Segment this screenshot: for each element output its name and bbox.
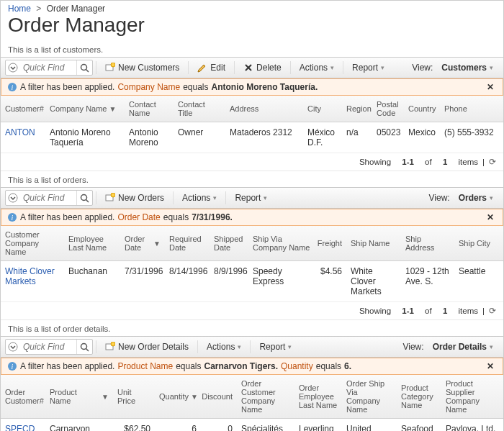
new-details-button[interactable]: New Order Details — [99, 339, 194, 355]
col-shipname[interactable]: Ship Name — [346, 226, 401, 260]
col-odate[interactable]: Order Date▼ — [120, 226, 165, 260]
col-city[interactable]: City — [303, 96, 342, 122]
actions-button[interactable]: Actions▾ — [201, 339, 247, 355]
quick-find-wrap — [5, 60, 93, 76]
report-button[interactable]: Report▾ — [229, 190, 273, 206]
col-contact[interactable]: Contact Name — [125, 96, 174, 122]
orders-pager: Showing 1-1 of 1 items | ⟳ — [1, 302, 503, 320]
actions-button[interactable]: Actions▾ — [294, 60, 340, 76]
col-sdate[interactable]: Shipped Date — [210, 226, 248, 260]
col-freight[interactable]: Freight — [315, 226, 346, 260]
close-filter-icon[interactable]: ✕ — [484, 82, 497, 92]
col-country[interactable]: Country — [404, 96, 440, 122]
filter-icon: ▼ — [102, 393, 109, 401]
view-selector[interactable]: Order Details▾ — [427, 339, 499, 355]
new-orders-button[interactable]: New Orders — [99, 190, 170, 206]
close-filter-icon[interactable]: ✕ — [484, 361, 497, 371]
chevron-down-icon: ▾ — [490, 343, 493, 350]
col-supp[interactable]: Product Supplier Company Name — [441, 375, 503, 418]
svg-line-9 — [86, 199, 89, 202]
expand-icon[interactable] — [6, 60, 20, 75]
customers-desc: This is a list of customers. — [1, 41, 503, 57]
details-filter-bar: i A filter has been applied. Product Nam… — [1, 358, 503, 375]
chevron-down-icon: ▾ — [213, 194, 217, 201]
col-customer-id[interactable]: Customer# — [1, 96, 45, 122]
view-label: View: — [429, 193, 450, 203]
quick-find-input[interactable] — [20, 340, 76, 353]
report-button[interactable]: Report▾ — [253, 339, 297, 355]
breadcrumb-current: Order Manager — [47, 4, 105, 14]
col-cat[interactable]: Product Category Name — [397, 375, 441, 418]
col-qty[interactable]: Quantity▼ — [155, 375, 201, 418]
svg-point-15 — [81, 343, 87, 349]
col-rdate[interactable]: Required Date — [165, 226, 210, 260]
orders-grid: Customer Company Name Employee Last Name… — [1, 226, 503, 302]
expand-icon[interactable] — [6, 340, 20, 354]
order-link[interactable]: White Clover Markets — [5, 266, 55, 286]
view-selector[interactable]: Customers▾ — [436, 60, 499, 76]
col-ocust[interactable]: Order Customer Company Name — [237, 375, 294, 418]
col-title[interactable]: Contact Title — [174, 96, 225, 122]
col-product[interactable]: Product Name▼ — [45, 375, 113, 418]
new-customers-button[interactable]: New Customers — [99, 60, 185, 76]
svg-text:i: i — [12, 214, 14, 222]
view-selector[interactable]: Orders▾ — [453, 190, 499, 206]
quick-find-input[interactable] — [20, 61, 76, 74]
delete-button[interactable]: Delete — [238, 60, 287, 76]
col-region[interactable]: Region — [342, 96, 372, 122]
search-icon[interactable] — [76, 191, 92, 205]
search-icon[interactable] — [76, 60, 92, 75]
col-emp[interactable]: Employee Last Name — [64, 226, 120, 260]
info-icon: i — [7, 82, 17, 92]
expand-icon[interactable] — [6, 191, 20, 205]
orders-filter-bar: i A filter has been applied. Order Date … — [1, 209, 503, 226]
detail-link[interactable]: SPECD — [5, 424, 35, 431]
edit-button[interactable]: Edit — [192, 60, 231, 76]
svg-text:i: i — [12, 83, 14, 91]
col-company[interactable]: Company Name▼ — [45, 96, 125, 122]
chevron-down-icon: ▾ — [288, 343, 292, 350]
col-phone[interactable]: Phone — [440, 96, 503, 122]
refresh-icon[interactable]: ⟳ — [489, 306, 496, 316]
page-title: Order Manager — [1, 14, 503, 41]
orders-toolbar: New Orders Actions▾ Report▾ View: Orders… — [1, 187, 503, 209]
svg-point-1 — [81, 64, 87, 70]
breadcrumb-home[interactable]: Home — [8, 4, 31, 14]
new-icon — [105, 193, 115, 203]
col-disc[interactable]: Discount — [201, 375, 237, 418]
close-filter-icon[interactable]: ✕ — [484, 212, 497, 222]
table-row[interactable]: SPECD Carnarvon Tigers $62.50 6 0 Spécia… — [1, 419, 503, 431]
table-row[interactable]: ANTON Antonio Moreno Taquería Antonio Mo… — [1, 122, 503, 153]
col-shipaddr[interactable]: Ship Address — [401, 226, 454, 260]
col-address[interactable]: Address — [225, 96, 303, 122]
customers-filter-bar: i A filter has been applied. Company Nam… — [1, 78, 503, 96]
filter-icon: ▼ — [191, 393, 198, 401]
col-cust-company[interactable]: Customer Company Name — [1, 226, 64, 260]
svg-point-11 — [111, 193, 115, 197]
quick-find-input[interactable] — [20, 191, 76, 204]
svg-point-14 — [9, 342, 17, 351]
search-icon[interactable] — [76, 340, 92, 354]
col-shipvia[interactable]: Ship Via Company Name — [248, 226, 315, 260]
refresh-icon[interactable]: ⟳ — [489, 157, 496, 167]
chevron-down-icon: ▾ — [490, 194, 493, 201]
actions-button[interactable]: Actions▾ — [176, 190, 222, 206]
info-icon: i — [7, 212, 17, 222]
chevron-down-icon: ▾ — [381, 64, 384, 71]
table-row[interactable]: White Clover Markets Buchanan 7/31/1996 … — [1, 261, 503, 302]
col-shipcity[interactable]: Ship City — [454, 226, 503, 260]
svg-point-4 — [111, 63, 115, 67]
col-order-cust[interactable]: Order Customer# — [1, 375, 45, 418]
col-postal[interactable]: Postal Code — [372, 96, 404, 122]
report-button[interactable]: Report▾ — [346, 60, 390, 76]
filter-icon: ▼ — [109, 105, 116, 113]
col-price[interactable]: Unit Price — [113, 375, 155, 418]
svg-point-0 — [9, 63, 17, 72]
col-oemp[interactable]: Order Employee Last Name — [294, 375, 342, 418]
info-icon: i — [7, 361, 17, 371]
details-toolbar: New Order Details Actions▾ Report▾ View:… — [1, 336, 503, 358]
customer-link[interactable]: ANTON — [5, 127, 35, 137]
col-oship[interactable]: Order Ship Via Company Name — [342, 375, 397, 418]
filter-icon: ▼ — [153, 240, 161, 248]
svg-line-2 — [86, 69, 89, 72]
